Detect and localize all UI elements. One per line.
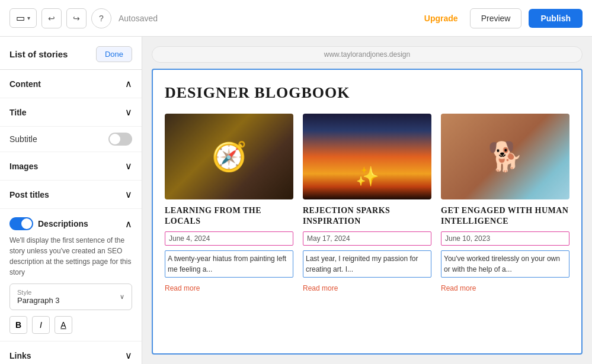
read-more-3[interactable]: Read more — [441, 284, 476, 292]
post-title-1: Learning from the Locals — [165, 205, 293, 227]
title-section: Title ∨ — [0, 98, 142, 127]
italic-button[interactable]: I — [32, 316, 50, 334]
content-header[interactable]: Content ∧ — [9, 70, 132, 98]
sidebar-header: List of stories Done — [0, 37, 142, 70]
style-value: Paragraph 3 — [17, 296, 60, 305]
images-section: Images ∨ — [0, 152, 142, 181]
post-card-1: Learning from the Locals June 4, 2024 A … — [165, 114, 293, 293]
content-chevron-icon: ∧ — [125, 78, 132, 89]
post-excerpt-1: A twenty-year hiatus from painting left … — [165, 250, 293, 278]
images-chevron-icon: ∨ — [125, 160, 132, 172]
main-layout: List of stories Done Content ∧ Title ∨ S… — [0, 37, 592, 364]
links-header[interactable]: Links ∨ — [9, 342, 132, 364]
post-date-2: May 17, 2024 — [303, 231, 431, 246]
help-icon: ? — [99, 14, 104, 23]
device-selector[interactable]: ▭ ▾ — [9, 8, 37, 28]
post-date-1: June 4, 2024 — [165, 231, 293, 246]
descriptions-info: We'll display the first sentence of the … — [9, 235, 132, 284]
descriptions-toggle-knob — [21, 218, 32, 229]
publish-button[interactable]: Publish — [529, 9, 583, 28]
redo-button[interactable]: ↪ — [66, 8, 87, 28]
chevron-down-icon: ▾ — [27, 15, 30, 21]
post-date-3: June 10, 2023 — [441, 231, 569, 246]
post-excerpt-3: You've worked tirelessly on your own or … — [441, 250, 569, 278]
post-titles-header[interactable]: Post titles ∨ — [9, 181, 132, 208]
subtitle-section: Subtitle — [0, 127, 142, 152]
style-label: Style — [17, 289, 60, 296]
post-image-2 — [303, 114, 431, 199]
undo-icon: ↩ — [48, 14, 55, 23]
style-dropdown[interactable]: Style Paragraph 3 ∨ — [9, 284, 132, 310]
subtitle-toggle-knob — [110, 134, 120, 144]
sidebar: List of stories Done Content ∧ Title ∨ S… — [0, 37, 142, 364]
post-image-1 — [165, 114, 293, 199]
format-bar: B I A — [9, 316, 132, 341]
title-label: Title — [9, 108, 27, 117]
descriptions-section: Descriptions ∧ We'll display the first s… — [0, 209, 142, 342]
posts-grid: Learning from the Locals June 4, 2024 A … — [165, 114, 569, 293]
post-card-3: Get Engaged with Human Intelligence June… — [441, 114, 569, 293]
post-titles-label: Post titles — [9, 190, 49, 199]
style-dropdown-content: Style Paragraph 3 — [17, 289, 60, 305]
redo-icon: ↪ — [73, 14, 80, 23]
post-title-3: Get Engaged with Human Intelligence — [441, 205, 569, 227]
page-frame: Designer Blogbook Learning from the Loca… — [152, 69, 583, 355]
title-header[interactable]: Title ∨ — [9, 98, 132, 126]
url-bar: www.taylorandjones.design — [152, 46, 583, 63]
descriptions-chevron-icon[interactable]: ∧ — [125, 218, 132, 230]
device-icon: ▭ — [16, 12, 25, 24]
links-label: Links — [9, 351, 31, 360]
style-chevron-icon: ∨ — [120, 293, 124, 301]
bold-button[interactable]: B — [9, 316, 27, 334]
descriptions-label: Descriptions — [38, 219, 88, 228]
underline-button[interactable]: A — [55, 316, 72, 334]
images-header[interactable]: Images ∨ — [9, 152, 132, 180]
autosaved-label: Autosaved — [119, 14, 158, 23]
blog-title: Designer Blogbook — [165, 84, 569, 102]
content-section: Content ∧ — [0, 70, 142, 98]
sidebar-title: List of stories — [9, 49, 68, 59]
read-more-1[interactable]: Read more — [165, 284, 200, 292]
links-section: Links ∨ — [0, 342, 142, 364]
upgrade-link[interactable]: Upgrade — [424, 14, 458, 23]
title-chevron-icon: ∨ — [125, 107, 132, 118]
descriptions-header: Descriptions ∧ — [9, 209, 132, 235]
undo-button[interactable]: ↩ — [41, 8, 62, 28]
post-titles-chevron-icon: ∨ — [125, 189, 132, 200]
descriptions-toggle[interactable] — [9, 217, 33, 230]
done-button[interactable]: Done — [96, 46, 132, 62]
canvas-area: www.taylorandjones.design Designer Blogb… — [142, 37, 592, 364]
read-more-2[interactable]: Read more — [303, 284, 338, 292]
post-card-2: Rejection Sparks Inspiration May 17, 202… — [303, 114, 431, 293]
subtitle-toggle[interactable] — [108, 133, 132, 146]
help-button[interactable]: ? — [91, 8, 111, 28]
descriptions-left: Descriptions — [9, 217, 88, 230]
post-excerpt-2: Last year, I reignited my passion for cr… — [303, 250, 431, 278]
content-label: Content — [9, 79, 41, 89]
subtitle-row: Subtitle — [9, 127, 132, 152]
post-titles-section: Post titles ∨ — [0, 181, 142, 209]
preview-button[interactable]: Preview — [470, 8, 522, 28]
toolbar-left: ▭ ▾ ↩ ↪ ? Autosaved — [9, 8, 158, 28]
post-title-2: Rejection Sparks Inspiration — [303, 205, 431, 227]
subtitle-label: Subtitle — [9, 134, 37, 144]
post-image-3 — [441, 114, 569, 199]
links-chevron-icon: ∨ — [125, 350, 132, 361]
top-bar: ▭ ▾ ↩ ↪ ? Autosaved Upgrade Preview Publ… — [0, 0, 592, 37]
images-label: Images — [9, 162, 38, 171]
